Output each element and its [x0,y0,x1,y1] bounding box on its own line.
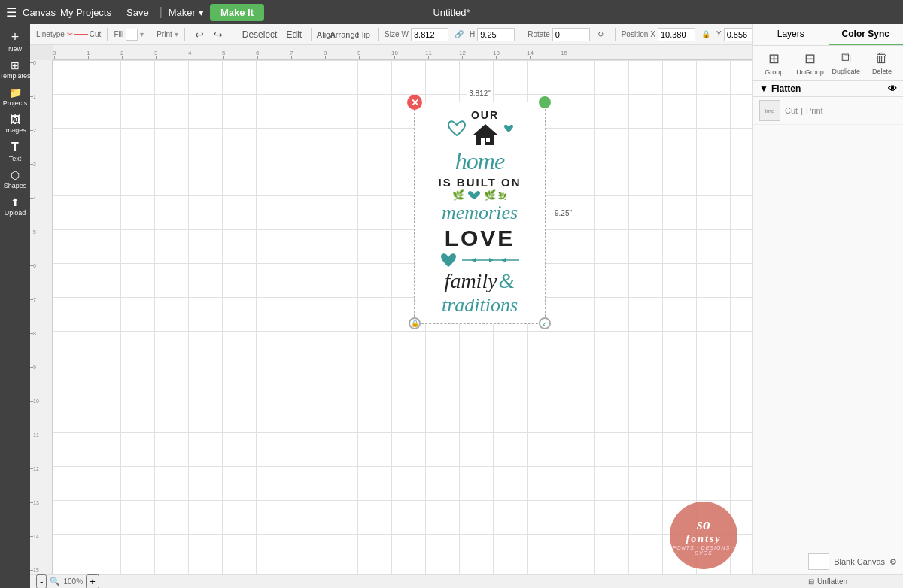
hamburger-button[interactable]: ☰ [0,5,23,20]
save-button[interactable]: Save [122,5,154,20]
linetype-label: Linetype [36,30,65,38]
grid-canvas[interactable]: ✕ 3.812" 9.25" 🔒 ↙ [53,60,752,574]
images-icon: 🖼 [10,114,20,125]
projects-label: Projects [3,99,28,107]
my-projects-button[interactable]: My Projects [56,5,116,20]
ruler-h-15: 15 [561,50,567,59]
svg-rect-1 [476,135,494,145]
layer-cut-label[interactable]: Cut [785,106,798,115]
design-container[interactable]: ✕ 3.812" 9.25" 🔒 ↙ [414,102,546,324]
upload-icon: ⬆ [11,197,20,208]
scale-handle-br[interactable]: ↙ [539,317,551,329]
panel-tabs: Layers Color Sync [753,24,903,46]
tab-color-sync[interactable]: Color Sync [829,24,904,45]
ruler-h-6: 6 [256,50,259,59]
group-action[interactable]: ⊞ Group [758,50,791,76]
close-design-button[interactable]: ✕ [407,95,422,110]
rotate-input[interactable] [552,28,590,41]
watermark-sub: FONTS · DESIGNS · SVGS [670,545,737,556]
width-unit-label: W [402,30,409,38]
ruler-v-4: 4 [30,195,36,201]
rotate-group: Rotate ↻ [528,26,608,43]
svg-marker-0 [473,124,497,135]
x-input[interactable] [658,28,695,41]
zoom-value: 100% [63,577,83,586]
ruler-h-1: 1 [87,50,90,59]
home-text: home [455,148,504,174]
sidebar-item-projects[interactable]: 📁 Projects [1,84,29,110]
deselect-button[interactable]: Deselect [239,28,281,41]
redo-button[interactable]: ↪ [210,26,227,43]
layer-thumbnail: img [759,100,780,121]
sep1 [107,28,108,41]
delete-icon: 🗑 [875,50,889,66]
duplicate-action[interactable]: ⧉ Duplicate [830,50,863,76]
top-right-actions: My Projects Save | Maker ▾ Make It [56,4,270,21]
height-input[interactable] [477,28,515,41]
linetype-group: Linetype ✂ Cut [36,30,101,38]
ungroup-action[interactable]: ⊟ UnGroup [794,50,827,76]
layer-row[interactable]: img Cut | Print [753,97,903,125]
layer-actions: Cut | Print [785,106,823,115]
small-heart-icon [503,123,514,134]
width-lock-icon[interactable]: 🔗 [451,26,467,43]
arrange-button[interactable]: Arrange [336,26,353,43]
ruler-v-15: 15 [30,568,39,573]
ruler-v-12: 12 [30,466,39,471]
edit-button[interactable]: Edit [283,28,305,41]
is-built-on-text: IS BUILT ON [438,177,521,189]
ruler-v-0: 0 [30,60,36,65]
sidebar-item-images[interactable]: 🖼 Images [1,111,29,137]
ruler-h-2: 2 [120,50,123,59]
width-input[interactable] [411,28,448,41]
unflatten-button[interactable]: ⊟ Unflatten [752,574,903,588]
ruler-h-8: 8 [324,50,327,59]
watermark-fontsy: fontsy [686,533,722,545]
flatten-label: Flatten [771,83,801,94]
zoom-out-button[interactable]: - [36,574,47,588]
house-icon [470,121,500,147]
flip-button[interactable]: Flip [355,26,372,43]
rotate-handle[interactable] [539,96,551,108]
heart-arrows-row [439,252,521,268]
sidebar-item-upload[interactable]: ⬆ Upload [1,194,29,220]
flatten-arrow-icon: ▼ [759,83,768,94]
flatten-row[interactable]: ▼ Flatten 👁 [753,81,903,97]
lock-handle-bl[interactable]: 🔒 [409,317,421,329]
make-it-button[interactable]: Make It [210,4,264,21]
print-group: Print ▾ [157,30,178,38]
position-label: Position [622,30,649,38]
document-title: Untitled* [433,7,470,18]
ruler-h-13: 13 [493,50,500,59]
design-width-label: 3.812" [467,89,493,99]
undo-button[interactable]: ↩ [191,26,208,43]
tab-layers[interactable]: Layers [753,24,829,45]
images-label: Images [4,126,26,134]
ruler-h-11: 11 [425,50,432,59]
sidebar-item-templates[interactable]: ⊞ Templates [1,57,29,83]
leaf-left-icon: 🌿 [452,190,464,201]
ruler-v-9: 9 [30,365,36,370]
sidebar-item-new[interactable]: + New [1,27,29,56]
sep3 [184,28,185,41]
rotate-icon[interactable]: ↻ [592,26,609,43]
ruler-h-14: 14 [527,50,534,59]
delete-label: Delete [872,68,892,75]
leaf-right2-icon: 🌿 [498,192,507,200]
delete-action[interactable]: 🗑 Delete [865,50,898,76]
ruler-left: 0 1 2 3 4 5 6 7 8 9 10 11 12 13 14 15 [30,60,53,588]
layer-print-label[interactable]: Print [806,106,823,115]
zoom-in-button[interactable]: + [86,574,99,588]
zoom-out-icon: 🔍 [50,577,60,586]
arrows-icon [461,255,521,265]
blank-canvas-box[interactable]: Blank Canvas ⚙ [808,553,897,570]
fill-group: Fill ▾ [114,29,144,41]
sidebar-item-text[interactable]: T Text [1,138,29,165]
group-icon: ⊞ [768,50,780,67]
ruler-h-12: 12 [459,50,466,59]
ruler-v-1: 1 [30,94,36,99]
sidebar-item-shapes[interactable]: ⬡ Shapes [1,167,29,192]
x-lock-icon[interactable]: 🔒 [698,26,714,43]
maker-button[interactable]: Maker ▾ [169,7,204,18]
divider-row: 🌿 🌿 🌿 [452,190,507,201]
